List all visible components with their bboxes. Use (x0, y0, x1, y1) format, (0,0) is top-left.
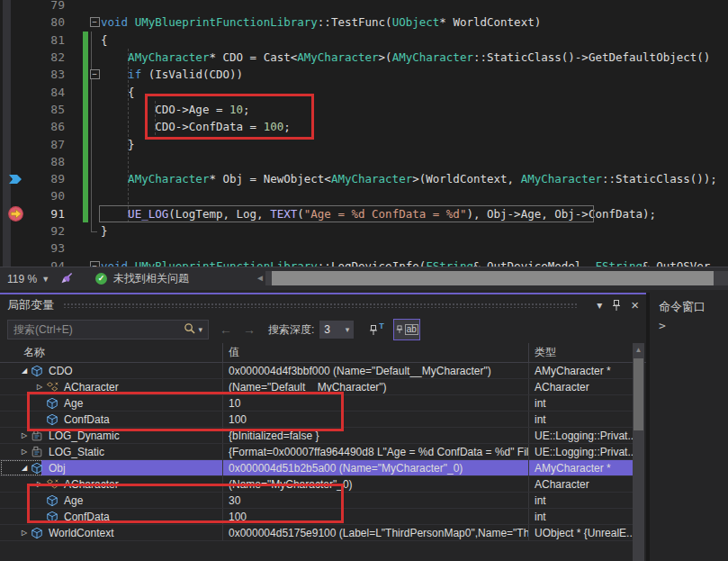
locals-title-bar[interactable]: 局部变量 ▾ × (0, 294, 646, 316)
variable-value[interactable]: 10 (223, 395, 529, 411)
navigate-forward-arrow-icon[interactable]: → (243, 322, 256, 337)
variable-value[interactable]: 100 (223, 509, 529, 524)
variable-value[interactable]: {Format=0x00007ffa964490d8 L"Age = %d Co… (223, 444, 529, 459)
code-line-89[interactable]: 89 AMyCharacter* Obj = NewObject<AMyChar… (0, 170, 728, 187)
code-line-86[interactable]: 86 CDO->ConfData = 100; (0, 118, 728, 135)
fold-toggle-icon[interactable]: − (90, 261, 100, 267)
variable-row-Obj[interactable]: ◢Obj0x000004d51b2b5a00 (Name="MyCharacte… (0, 460, 633, 476)
scroll-left-arrow[interactable]: ◄ (256, 273, 265, 283)
zoom-level: 119 % (7, 273, 37, 285)
search-input[interactable] (8, 323, 184, 336)
fold-toggle-icon[interactable]: − (90, 69, 100, 79)
health-status-text[interactable]: 未找到相关问题 (113, 271, 189, 286)
expander-icon[interactable]: ◢ (18, 366, 31, 375)
pin-to-source-icon[interactable]: T (368, 323, 384, 336)
navigate-back-arrow-icon[interactable]: ← (220, 322, 232, 337)
window-position-chevron-icon[interactable]: ▾ (597, 299, 602, 312)
code-line-83[interactable]: 83− if (IsValid(CDO)) (0, 66, 728, 83)
expander-icon[interactable]: ▷ (33, 383, 46, 391)
code-line-93[interactable]: 93 (0, 240, 728, 257)
code-lines: 7980−void UMyBlueprintFunctionLibrary::T… (0, 0, 728, 267)
change-tracking-bar (83, 83, 88, 100)
code-line-88[interactable]: 88 (0, 153, 728, 170)
variable-row-Age[interactable]: Age10int (0, 395, 633, 412)
variable-row-ACharacter[interactable]: ▷ACharacter(Name="MyCharacter"_0)ACharac… (0, 476, 633, 493)
horizontal-scrollbar[interactable] (265, 271, 728, 285)
variable-type: UE::Logging::Privat... (529, 428, 633, 443)
cube-icon (46, 494, 61, 507)
line-number: 81 (27, 33, 65, 47)
bookmark-icon[interactable] (0, 174, 27, 185)
expander-icon[interactable]: ◢ (18, 464, 31, 472)
expander-icon[interactable]: ▷ (18, 448, 31, 456)
command-window-panel[interactable]: 命令窗口 > (650, 293, 728, 561)
expander-icon[interactable]: ▷ (18, 529, 31, 537)
variable-value[interactable]: 100 (223, 412, 529, 427)
code-cleanup-broom-icon[interactable] (60, 272, 74, 285)
variable-row-WorldContext[interactable]: ▷WorldContext0x000004d5175e9100 (Label=L… (0, 525, 633, 541)
code-line-92[interactable]: 92} (0, 222, 728, 240)
horizontal-scrollbar-thumb[interactable] (272, 271, 714, 285)
cube-icon (31, 365, 46, 377)
zoom-dropdown[interactable]: 119 % ▼ (0, 267, 57, 290)
variable-type: int (529, 509, 633, 524)
expander-icon[interactable]: ▷ (18, 431, 31, 439)
code-line-87[interactable]: 87 } (0, 135, 728, 152)
variable-row-LOG_Dynamic[interactable]: ▷LOG_Dynamic{bInitialized=false }UE::Log… (0, 428, 633, 444)
variable-value[interactable]: {bInitialized=false } (223, 428, 529, 443)
line-number: 86 (27, 120, 65, 133)
fold-toggle-icon[interactable]: − (90, 17, 100, 27)
vertical-scrollbar-thumb[interactable] (634, 358, 643, 430)
code-line-94[interactable]: 94−void UMyBlueprintFunctionLibrary::Log… (0, 257, 728, 267)
code-line-91[interactable]: 91 UE_LOG(LogTemp, Log, TEXT("Age = %d C… (0, 205, 728, 222)
variable-type: UObject * {UnrealE... (529, 525, 633, 540)
code-line-82[interactable]: 82 AMyCharacter* CDO = Cast<AMyCharacter… (0, 49, 728, 66)
code-line-79[interactable]: 79 (0, 0, 728, 14)
column-header-name[interactable]: 名称 (0, 343, 223, 362)
line-number: 91 (27, 207, 65, 221)
variable-value[interactable]: 0x000004d51b2b5a00 (Name="MyCharacter"_0… (223, 460, 529, 475)
search-box[interactable]: ▾ (7, 320, 209, 339)
code-line-84[interactable]: 84 { (0, 83, 728, 100)
variable-value[interactable]: 0x000004d5175e9100 (Label=L"ThirdPersonM… (223, 525, 529, 540)
pin-icon[interactable] (611, 299, 622, 312)
column-header-type[interactable]: 类型 (529, 343, 646, 362)
search-options-chevron-icon[interactable]: ▾ (198, 325, 202, 334)
code-line-85[interactable]: 85 CDO->Age = 10; (0, 101, 728, 118)
show-pinned-values-toggle-icon[interactable]: ab (393, 319, 420, 340)
variable-row-Age[interactable]: Age30int (0, 493, 633, 509)
variable-name: LOG_Static (49, 446, 104, 458)
search-icon[interactable] (184, 321, 195, 338)
base-class-icon (46, 478, 61, 491)
scroll-up-arrow[interactable]: ▲ (633, 346, 644, 354)
code-text: { (101, 86, 728, 99)
close-icon[interactable]: × (631, 299, 639, 312)
variable-value[interactable]: (Name="MyCharacter"_0) (223, 476, 529, 492)
vertical-scrollbar[interactable]: ▲ (633, 343, 644, 561)
command-window-title: 命令窗口 (650, 293, 728, 319)
change-tracking-bar (83, 187, 88, 204)
variable-row-CDO[interactable]: ◢CDO0x000004d4f3bbf000 (Name="Default__M… (0, 363, 633, 379)
variable-row-ACharacter[interactable]: ▷ACharacter(Name="Default__MyCharacter")… (0, 379, 633, 395)
code-line-90[interactable]: 90 (0, 187, 728, 204)
code-text: CDO->Age = 10; (101, 103, 728, 116)
current-statement-icon[interactable] (0, 206, 27, 222)
search-depth-dropdown[interactable]: 3 ▾ (319, 321, 354, 339)
variable-row-LOG_Static[interactable]: ▷LOG_Static{Format=0x00007ffa964490d8 L"… (0, 444, 633, 460)
variable-value[interactable]: 0x000004d4f3bbf000 (Name="Default__MyCha… (223, 363, 529, 378)
column-header-value[interactable]: 值 (223, 343, 529, 362)
code-line-80[interactable]: 80−void UMyBlueprintFunctionLibrary::Tes… (0, 14, 728, 31)
locals-table-body: ◢CDO0x000004d4f3bbf000 (Name="Default__M… (0, 363, 633, 541)
variable-row-ConfData[interactable]: ConfData100int (0, 412, 633, 428)
cube-icon (46, 413, 61, 426)
base-class-icon (46, 381, 61, 394)
code-editor[interactable]: 7980−void UMyBlueprintFunctionLibrary::T… (0, 0, 728, 267)
expander-icon[interactable]: ▷ (33, 480, 46, 488)
variable-value[interactable]: 30 (223, 493, 529, 508)
variable-value[interactable]: (Name="Default__MyCharacter") (223, 379, 529, 394)
variable-row-ConfData[interactable]: ConfData100int (0, 509, 633, 525)
change-tracking-bar (83, 205, 88, 222)
code-line-81[interactable]: 81{ (0, 32, 728, 49)
command-prompt[interactable]: > (650, 319, 728, 332)
cube-icon (31, 462, 46, 475)
